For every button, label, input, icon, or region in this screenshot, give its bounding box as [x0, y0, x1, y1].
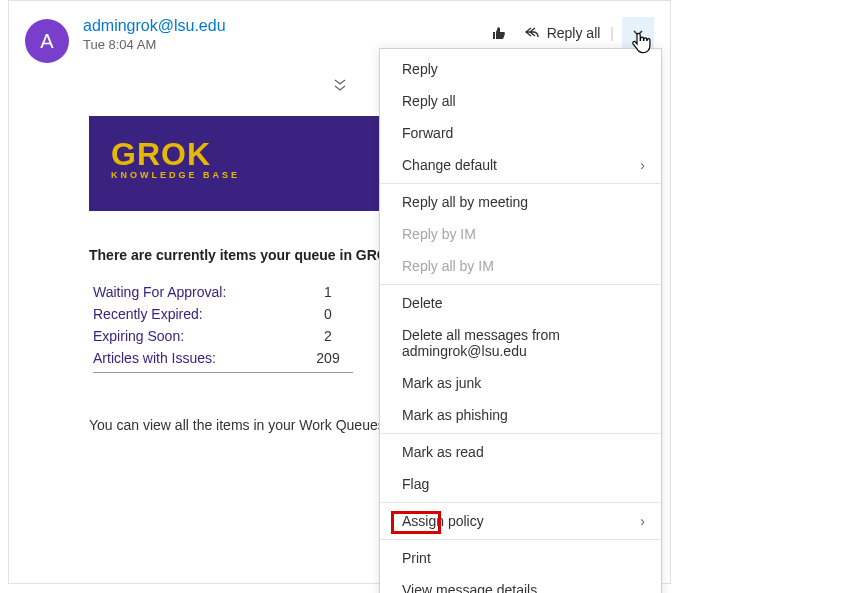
message-toolbar: Reply all |: [483, 17, 654, 49]
menu-label: Delete: [402, 295, 442, 311]
avatar: A: [25, 19, 69, 63]
table-row: Articles with Issues: 209: [93, 347, 353, 373]
menu-label: Reply: [402, 61, 438, 77]
message-context-menu: Reply Reply all Forward Change default› …: [379, 48, 662, 593]
menu-label: Mark as junk: [402, 375, 481, 391]
menu-mark-junk[interactable]: Mark as junk: [380, 367, 661, 399]
menu-view-details[interactable]: View message details: [380, 574, 661, 593]
more-actions-button[interactable]: [622, 17, 654, 49]
menu-delete-all-from[interactable]: Delete all messages from admingrok@lsu.e…: [380, 319, 661, 367]
menu-mark-phishing[interactable]: Mark as phishing: [380, 399, 661, 431]
table-row: Recently Expired: 0: [93, 303, 353, 325]
menu-label: Flag: [402, 476, 429, 492]
stats-table: Waiting For Approval: 1 Recently Expired…: [93, 281, 353, 373]
sender-block: admingrok@lsu.edu Tue 8:04 AM: [83, 17, 483, 52]
menu-label: Reply all by IM: [402, 258, 494, 274]
sender-email[interactable]: admingrok@lsu.edu: [83, 17, 483, 35]
chevron-right-icon: ›: [640, 513, 645, 529]
thumbs-up-icon: [491, 25, 507, 41]
menu-label: Reply all by meeting: [402, 194, 528, 210]
menu-print[interactable]: Print: [380, 542, 661, 574]
table-row: Waiting For Approval: 1: [93, 281, 353, 303]
stat-label: Recently Expired:: [93, 303, 303, 325]
avatar-initial: A: [40, 30, 53, 53]
menu-label: Change default: [402, 157, 497, 173]
menu-reply-all[interactable]: Reply all: [380, 85, 661, 117]
menu-delete[interactable]: Delete: [380, 287, 661, 319]
menu-label: View message details: [402, 582, 537, 593]
stat-label: Expiring Soon:: [93, 325, 303, 347]
menu-separator: [380, 433, 661, 434]
stat-value: 1: [303, 281, 353, 303]
reply-all-label: Reply all: [547, 25, 601, 41]
reply-all-icon: [523, 25, 541, 41]
stat-label: Articles with Issues:: [93, 347, 303, 373]
menu-label: Mark as phishing: [402, 407, 508, 423]
stat-label: Waiting For Approval:: [93, 281, 303, 303]
like-button[interactable]: [483, 17, 515, 49]
chevron-down-icon: [632, 27, 644, 39]
menu-reply[interactable]: Reply: [380, 53, 661, 85]
menu-label: Forward: [402, 125, 453, 141]
stat-value: 0: [303, 303, 353, 325]
menu-label: Print: [402, 550, 431, 566]
reply-all-button[interactable]: Reply all |: [517, 17, 620, 49]
menu-forward[interactable]: Forward: [380, 117, 661, 149]
menu-label: Delete all messages from admingrok@lsu.e…: [402, 327, 645, 359]
menu-separator: [380, 284, 661, 285]
menu-assign-policy[interactable]: Assign policy›: [380, 505, 661, 537]
menu-separator: [380, 539, 661, 540]
menu-separator: [380, 502, 661, 503]
menu-label: Assign policy: [402, 513, 484, 529]
menu-reply-all-im: Reply all by IM: [380, 250, 661, 282]
menu-separator: [380, 183, 661, 184]
menu-label: Mark as read: [402, 444, 484, 460]
menu-mark-read[interactable]: Mark as read: [380, 436, 661, 468]
table-row: Expiring Soon: 2: [93, 325, 353, 347]
menu-flag[interactable]: Flag: [380, 468, 661, 500]
stat-value: 2: [303, 325, 353, 347]
menu-label: Reply by IM: [402, 226, 476, 242]
vertical-bar: |: [610, 25, 614, 41]
menu-reply-im: Reply by IM: [380, 218, 661, 250]
stat-value: 209: [303, 347, 353, 373]
menu-change-default[interactable]: Change default›: [380, 149, 661, 181]
menu-reply-all-meeting[interactable]: Reply all by meeting: [380, 186, 661, 218]
menu-label: Reply all: [402, 93, 456, 109]
chevron-right-icon: ›: [640, 157, 645, 173]
